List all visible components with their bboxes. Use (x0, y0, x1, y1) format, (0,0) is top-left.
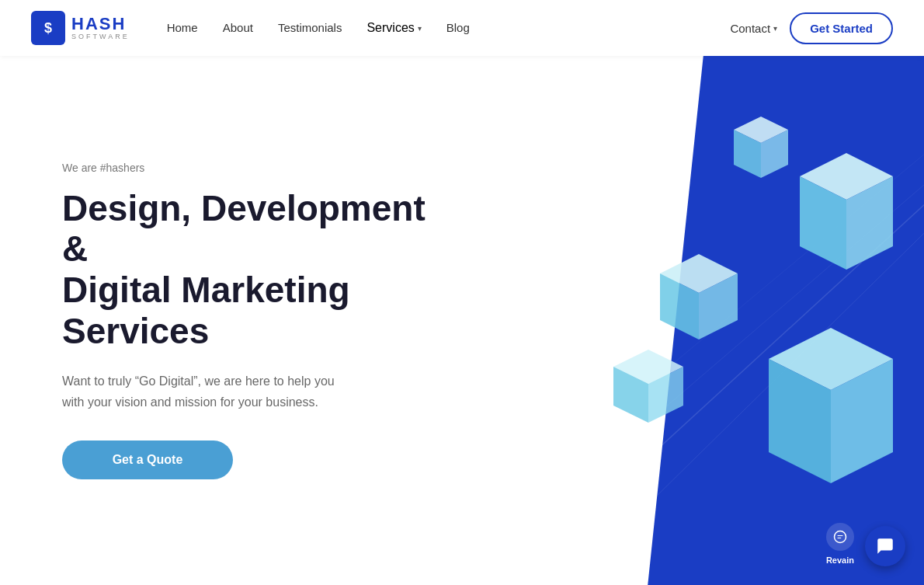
hero-section: We are #hashers Design, Development & Di… (0, 56, 924, 585)
hero-title: Design, Development & Digital Marketing … (62, 188, 435, 353)
nav-link-about[interactable]: About (223, 21, 253, 34)
chevron-down-icon: ▾ (418, 24, 422, 33)
nav-item-home[interactable]: Home (167, 21, 198, 35)
get-quote-button[interactable]: Get a Quote (62, 440, 233, 479)
logo[interactable]: $ HASH SOFTWARE (31, 11, 130, 45)
cube-small-left (660, 254, 738, 340)
svg-point-19 (834, 531, 846, 543)
logo-software: SOFTWARE (71, 33, 130, 41)
logo-hash: HASH (71, 15, 130, 33)
hero-description: Want to truly “Go Digital”, we are here … (62, 371, 357, 413)
chat-small-icon[interactable] (826, 523, 854, 551)
navbar: $ HASH SOFTWARE Home About Testimonials … (0, 0, 924, 56)
nav-link-services[interactable]: Services ▾ (366, 21, 421, 35)
logo-text: HASH SOFTWARE (71, 15, 130, 41)
cube-medium (800, 153, 893, 270)
logo-icon: $ (31, 11, 65, 45)
hero-title-line3: Services (62, 311, 209, 351)
cube-large (769, 328, 893, 483)
nav-link-home[interactable]: Home (167, 21, 198, 34)
hero-title-line1: Design, Development & (62, 188, 426, 270)
contact-link[interactable]: Contact ▾ (730, 22, 777, 35)
get-started-button[interactable]: Get Started (790, 12, 893, 44)
hero-cubes (613, 56, 924, 561)
nav-item-services[interactable]: Services ▾ (366, 21, 421, 35)
cube-tiny-top (734, 117, 788, 178)
nav-item-testimonials[interactable]: Testimonials (278, 21, 342, 35)
cube-small-lower (613, 350, 683, 423)
nav-links: Home About Testimonials Services ▾ Blog (167, 21, 470, 35)
contact-chevron-icon: ▾ (773, 24, 777, 33)
nav-link-blog[interactable]: Blog (446, 21, 470, 34)
hero-content: We are #hashers Design, Development & Di… (0, 56, 613, 585)
chat-bubble-button[interactable] (865, 526, 905, 566)
revain-label: Revain (820, 554, 860, 566)
hero-visual (613, 56, 924, 585)
hero-title-line2: Digital Marketing (62, 270, 350, 310)
navbar-left: $ HASH SOFTWARE Home About Testimonials … (31, 11, 470, 45)
nav-item-about[interactable]: About (223, 21, 253, 35)
chat-widget: Revain (820, 523, 905, 566)
navbar-right: Contact ▾ Get Started (730, 12, 893, 44)
hero-ampersand: & (62, 228, 88, 269)
hero-tagline: We are #hashers (62, 162, 551, 174)
logo-icon-text: $ (44, 20, 52, 37)
nav-link-testimonials[interactable]: Testimonials (278, 21, 342, 34)
nav-item-blog[interactable]: Blog (446, 21, 470, 35)
